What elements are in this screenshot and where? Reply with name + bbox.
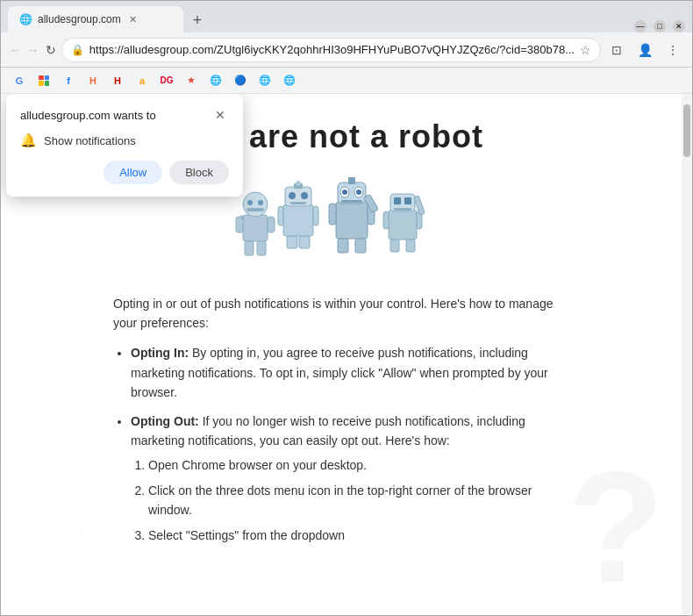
forward-button[interactable]: → bbox=[25, 38, 39, 62]
main-list: Opting In: By opting in, you agree to re… bbox=[113, 343, 569, 545]
svg-point-12 bbox=[289, 192, 296, 199]
bookmark-favicon-w1: 🌐 bbox=[210, 75, 222, 87]
main-area: alludesgroup.com wants to ✕ 🔔 Show notif… bbox=[1, 94, 692, 615]
toolbar-icons: ⊡ 👤 ⋮ bbox=[604, 38, 685, 62]
step-3-text: Select "Settings" from the dropdown bbox=[148, 528, 345, 542]
bookmark-item-w2[interactable]: 🔵 bbox=[229, 73, 252, 89]
svg-rect-39 bbox=[383, 211, 389, 229]
svg-rect-32 bbox=[348, 177, 355, 184]
bookmark-item-a[interactable]: a bbox=[131, 73, 154, 89]
list-item-opting-in: Opting In: By opting in, you agree to re… bbox=[131, 343, 569, 402]
address-bar-row: ← → ↻ 🔒 https://alludesgroup.com/ZUtgl6i… bbox=[1, 32, 692, 68]
popup-buttons: Allow Block bbox=[20, 161, 229, 184]
opting-out-label: Opting Out: bbox=[131, 414, 199, 428]
robots-svg bbox=[227, 171, 455, 276]
reload-button[interactable]: ↻ bbox=[44, 38, 58, 62]
svg-rect-14 bbox=[290, 202, 306, 204]
bookmark-favicon-dg: DG bbox=[161, 75, 173, 87]
popup-notification-row: 🔔 Show notifications bbox=[20, 133, 229, 148]
bookmark-favicon-fb: f bbox=[62, 75, 75, 87]
tab-close-button[interactable]: ✕ bbox=[126, 12, 140, 26]
block-button[interactable]: Block bbox=[169, 161, 229, 184]
minimize-button[interactable]: — bbox=[634, 20, 647, 32]
svg-rect-18 bbox=[299, 236, 310, 248]
intro-paragraph: Opting in or out of push notifications i… bbox=[113, 294, 569, 333]
bookmark-item-fb[interactable]: f bbox=[57, 73, 80, 89]
svg-point-25 bbox=[342, 190, 347, 195]
bookmark-item-w3[interactable]: 🌐 bbox=[254, 73, 276, 89]
step-3: Select "Settings" from the dropdown bbox=[148, 526, 569, 545]
bookmark-favicon-w4: 🌐 bbox=[283, 75, 296, 87]
tab-title: alludesgroup.com bbox=[38, 13, 121, 25]
bookmark-favicon-w2: 🔵 bbox=[234, 75, 246, 87]
lock-icon: 🔒 bbox=[71, 44, 84, 56]
tab-favicon-icon: 🌐 bbox=[18, 12, 32, 26]
bookmark-item-dg[interactable]: DG bbox=[155, 73, 178, 89]
svg-rect-17 bbox=[287, 236, 297, 248]
tab-bar: 🌐 alludesgroup.com ✕ + — □ ✕ bbox=[1, 1, 692, 32]
bookmark-favicon-h2: H bbox=[111, 75, 124, 87]
popup-notification-text: Show notifications bbox=[44, 134, 136, 147]
reader-mode-icon[interactable]: ⊡ bbox=[604, 38, 629, 62]
svg-rect-16 bbox=[313, 206, 318, 226]
bookmark-favicon-a: a bbox=[136, 75, 148, 87]
opting-in-label: Opting In: bbox=[131, 346, 189, 360]
svg-point-13 bbox=[301, 192, 308, 199]
bookmark-item-h2[interactable]: H bbox=[106, 73, 129, 89]
svg-point-2 bbox=[247, 200, 253, 205]
allow-button[interactable]: Allow bbox=[104, 161, 162, 184]
bookmark-bar: G f H H bbox=[1, 68, 692, 94]
svg-rect-4 bbox=[246, 208, 264, 211]
svg-rect-27 bbox=[341, 200, 362, 203]
svg-rect-6 bbox=[268, 217, 275, 233]
svg-point-1 bbox=[243, 192, 268, 217]
maximize-button[interactable]: □ bbox=[654, 20, 666, 32]
svg-rect-28 bbox=[329, 204, 336, 225]
svg-point-3 bbox=[258, 200, 263, 205]
svg-rect-15 bbox=[278, 206, 283, 226]
list-item-opting-out: Opting Out: If you no longer wish to rec… bbox=[131, 412, 569, 545]
bookmark-item-w4[interactable]: 🌐 bbox=[278, 73, 301, 89]
list-item-opting-out-text: Opting Out: If you no longer wish to rec… bbox=[131, 414, 525, 448]
bookmark-favicon-ms bbox=[38, 75, 50, 87]
back-button[interactable]: ← bbox=[8, 38, 22, 62]
notification-popup: alludesgroup.com wants to ✕ 🔔 Show notif… bbox=[6, 94, 243, 197]
scrollbar-thumb[interactable] bbox=[683, 104, 690, 157]
window-controls: — □ ✕ bbox=[634, 20, 685, 32]
svg-point-26 bbox=[356, 190, 361, 195]
bookmark-item-ms[interactable] bbox=[32, 73, 55, 89]
step-1-text: Open Chrome browser on your desktop. bbox=[148, 458, 367, 472]
active-tab[interactable]: 🌐 alludesgroup.com ✕ bbox=[8, 6, 183, 32]
menu-icon[interactable]: ⋮ bbox=[661, 38, 685, 62]
bookmark-item-star[interactable]: ★ bbox=[180, 73, 203, 89]
bookmark-favicon-g: G bbox=[13, 75, 25, 87]
svg-rect-21 bbox=[336, 202, 368, 239]
new-tab-button[interactable]: + bbox=[185, 8, 210, 32]
popup-close-button[interactable]: ✕ bbox=[211, 106, 229, 124]
svg-rect-42 bbox=[406, 240, 415, 252]
svg-point-20 bbox=[296, 181, 301, 186]
scrollbar[interactable] bbox=[682, 94, 692, 615]
svg-rect-8 bbox=[257, 241, 266, 255]
svg-rect-0 bbox=[243, 215, 268, 241]
address-input[interactable]: 🔒 https://alludesgroup.com/ZUtgl6iycKKY2… bbox=[61, 38, 601, 62]
bookmark-favicon-w3: 🌐 bbox=[259, 75, 271, 87]
body-text-section: Opting in or out of push notifications i… bbox=[113, 294, 569, 545]
browser-window: 🌐 alludesgroup.com ✕ + — □ ✕ ← → ↻ 🔒 htt… bbox=[0, 0, 693, 616]
svg-rect-30 bbox=[338, 239, 348, 253]
bookmark-item-g[interactable]: G bbox=[8, 73, 31, 89]
bookmark-item-h1[interactable]: H bbox=[82, 73, 104, 89]
svg-rect-10 bbox=[283, 204, 313, 236]
svg-rect-31 bbox=[355, 239, 366, 253]
close-button[interactable]: ✕ bbox=[673, 20, 685, 32]
bookmark-star-icon[interactable]: ☆ bbox=[580, 43, 591, 57]
svg-rect-7 bbox=[245, 241, 254, 255]
svg-rect-37 bbox=[404, 197, 411, 204]
bookmark-favicon-star: ★ bbox=[185, 75, 197, 87]
step-1: Open Chrome browser on your desktop. bbox=[148, 455, 569, 475]
scrollbar-track bbox=[683, 96, 690, 613]
bookmark-item-w1[interactable]: 🌐 bbox=[204, 73, 227, 89]
profile-icon[interactable]: 👤 bbox=[632, 38, 657, 62]
popup-title: alludesgroup.com wants to bbox=[20, 109, 156, 122]
svg-rect-41 bbox=[390, 240, 399, 252]
